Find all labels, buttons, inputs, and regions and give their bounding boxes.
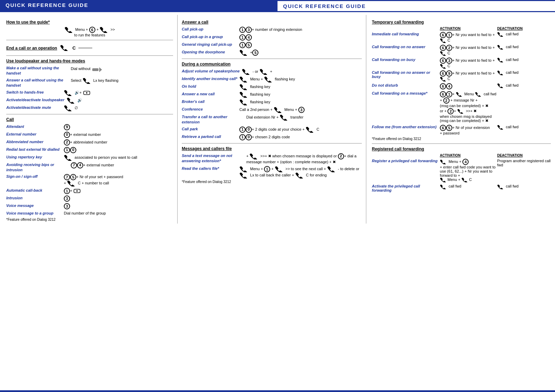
- attendant-value: 9: [64, 124, 173, 130]
- read-callers-value: Menu + 1 + >> to see the next call + - t…: [239, 166, 362, 178]
- how-to-use-content: Menu + 6 + >> to run the features: [6, 27, 173, 37]
- activate-loudspeaker-value: 🔊: [67, 97, 173, 104]
- busy-fwd-deactivation: call fwd: [497, 58, 551, 62]
- end-call-title: End a call or an operation: [6, 46, 57, 51]
- transfer-value: Dial extension Nr + transfer: [246, 114, 362, 121]
- num-9: 9: [64, 124, 70, 130]
- num-3b: 3: [64, 203, 70, 209]
- reg-activation-header: ACTIVATION: [440, 154, 497, 157]
- no-ans-busy-fwd-activation: 69+ Nr you want to fwd to + C: [440, 70, 497, 81]
- num-5d: 5: [252, 50, 258, 56]
- followme-activation: 65+ Nr of your extension+ password: [440, 125, 497, 135]
- dnd-activation: 64: [440, 83, 497, 89]
- volume-label: Adjust volume of speakerphone: [182, 69, 240, 73]
- num-2: 2: [64, 139, 70, 146]
- send-text-row: Send a text message on not answering ext…: [182, 153, 362, 165]
- menu-label-1: Menu +: [75, 27, 89, 32]
- signon-row: Sign-on / sign-off 75+ Nr of your set + …: [6, 174, 173, 186]
- onhold-value: flashing key: [239, 84, 362, 90]
- abbreviated-label: Abbreviated number: [6, 140, 43, 144]
- temp-fwd-title: Temporary call forwarding: [372, 20, 551, 25]
- abbreviated-row: Abbreviated number 2+ abbreviated number: [6, 139, 173, 146]
- mute-row: Activate/deactivate mute ∅: [6, 105, 173, 111]
- header-left: QUICK REFERENCE GUIDE: [0, 0, 278, 12]
- n2f2: 2: [447, 108, 454, 114]
- phone-icon-1: [65, 27, 75, 32]
- brokers-row: Broker's call flashing key: [182, 99, 362, 105]
- attendant-label: Attendant: [6, 124, 24, 129]
- brokers-value: flashing key: [239, 99, 362, 105]
- followme-label: Follow me (from another extension): [372, 125, 436, 129]
- col-right: Temporary call forwarding ACTIVATION DEA…: [366, 15, 555, 224]
- n9d: 9: [446, 70, 452, 77]
- identify-incoming-value: Menu + flashing key: [239, 76, 362, 82]
- external-number-row: External number 0+ external number: [6, 132, 173, 138]
- n5g: 5: [446, 125, 452, 131]
- attendant-row: Attendant 9: [6, 124, 173, 130]
- switch-handsfree-value: 🔊+: [64, 90, 173, 96]
- during-comm-title: During a communication: [182, 62, 362, 67]
- intrusion-value: 3: [64, 195, 173, 202]
- external-number-value: 0+ external number: [64, 132, 173, 138]
- reg-priv-activation: Menu + 4 + enter call fwd code you want …: [440, 159, 497, 182]
- make-call-value: Dial without: [71, 66, 173, 72]
- pickup-group-value: 14: [239, 34, 362, 41]
- callback-label: Automatic call-back: [6, 188, 42, 192]
- num-0: 0: [64, 132, 70, 138]
- n6d: 6: [440, 70, 446, 77]
- svg-marker-1: [99, 67, 102, 72]
- num-1rp: 1: [239, 134, 246, 140]
- onhold-row: On hold flashing key: [182, 84, 362, 90]
- avoiding-bips-value: 74+ external number: [71, 162, 173, 168]
- dnd-deactivation: call fwd: [497, 83, 551, 88]
- mute-label: Activate/deactivate mute: [6, 105, 51, 110]
- no-answer-fwd-deactivation: call fwd: [497, 45, 551, 50]
- read-callers-label: Read the callers file*: [182, 166, 219, 171]
- voice-msg-row: Voice message 3: [6, 203, 173, 209]
- doorphone-label: Opening the doorphone: [182, 50, 225, 54]
- make-call-label: Make a call without using the handset: [6, 66, 59, 75]
- num-1a: 1: [64, 147, 70, 153]
- immediate-fwd-label: Immediate call forwarding: [372, 32, 419, 36]
- callpark-value: 10+ 2 digits code at your choice + C: [239, 127, 362, 133]
- brokers-label: Broker's call: [182, 99, 205, 104]
- doorphone-row: Opening the doorphone +5: [182, 50, 362, 56]
- redial-label: Redial last external Nr dialled: [6, 147, 59, 151]
- immediate-fwd-activation: 61+ Nr you want to fwd to + C: [440, 32, 497, 43]
- callback-row: Automatic call-back 1+: [6, 188, 173, 194]
- make-call-row: Make a call without using the handset Di…: [6, 66, 173, 76]
- volume-value: - or +: [242, 69, 362, 75]
- voice-msg-group-label: Voice message to a group: [6, 211, 53, 215]
- answer-new-row: Answer a new call flashing key: [182, 92, 362, 98]
- reg-fwd-title: Registered call forwarding: [372, 147, 551, 151]
- callpark-row: Call park 10+ 2 digits code at your choi…: [182, 127, 362, 133]
- dnd-label: Do not disturb: [372, 83, 398, 87]
- num-1c: 1: [64, 188, 70, 194]
- num-1gr: 1: [239, 42, 246, 48]
- mute-value: ∅: [64, 105, 173, 111]
- followme-deactivation: call fwd: [497, 125, 551, 130]
- busy-fwd-label: Call forwarding on busy: [372, 58, 415, 62]
- end-call-c: C: [72, 45, 76, 51]
- loudspeaker-title: Use loudspeaker and hands-free modes: [6, 59, 173, 63]
- call-section-title: Call: [6, 117, 173, 122]
- num-4m: 4: [246, 34, 252, 41]
- n6g: 6: [440, 125, 446, 131]
- repertory-value: associated to person you want to call: [64, 155, 173, 161]
- num-1cp: 1: [239, 127, 246, 133]
- volume-row: Adjust volume of speakerphone - or +: [182, 69, 362, 75]
- num-1mg: 1: [239, 34, 246, 41]
- repertory-label: Using repertory key: [6, 155, 42, 159]
- left-footnote: *Feature offered on Dialog 3212: [6, 218, 173, 221]
- pickup-value: 13+ number of ringing extension: [239, 27, 362, 33]
- doorphone-value: +5: [239, 50, 362, 56]
- num-0cp: 0: [246, 127, 252, 133]
- num-6: 6: [89, 27, 95, 33]
- header-right: QUICK REFERENCE GUIDE: [278, 0, 555, 12]
- callback-value: 1+: [64, 188, 173, 194]
- svg-point-5: [76, 190, 78, 192]
- answer-new-value: flashing key: [239, 92, 362, 98]
- retrieve-park-label: Retrieve a parked call: [182, 134, 221, 139]
- immediate-fwd-deactivation: call fwd: [497, 32, 551, 37]
- identify-incoming-label: Identify another incoming call*: [182, 77, 237, 81]
